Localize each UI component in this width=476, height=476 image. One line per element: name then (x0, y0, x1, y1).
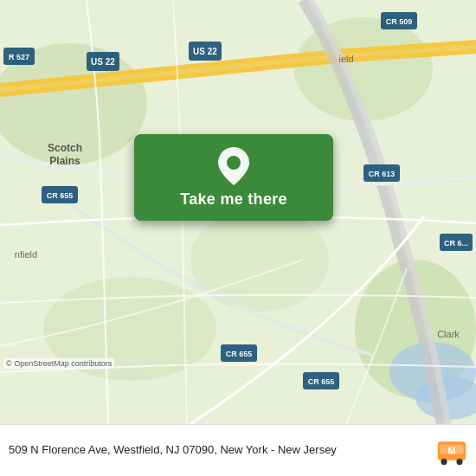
svg-point-34 (441, 459, 447, 465)
svg-text:Clark: Clark (437, 329, 460, 339)
copyright-text: © OpenStreetMap contributors (3, 358, 114, 369)
svg-text:US 22: US 22 (193, 47, 217, 56)
svg-text:CR 509: CR 509 (386, 17, 413, 26)
svg-text:Scotch: Scotch (48, 142, 82, 154)
svg-text:R 527: R 527 (9, 53, 29, 61)
svg-text:CR 6...: CR 6... (444, 239, 468, 248)
svg-text:CR 613: CR 613 (369, 170, 396, 178)
moovit-logo: M (436, 435, 467, 466)
svg-text:M: M (448, 445, 456, 455)
bottom-bar: 509 N Florence Ave, Westfield, NJ 07090,… (0, 424, 476, 476)
map-container: US 22 US 22 CR 509 R 527 CR 655 CR 613 C… (0, 0, 476, 424)
address-text: 509 N Florence Ave, Westfield, NJ 07090,… (9, 442, 429, 458)
svg-text:CR 655: CR 655 (47, 191, 74, 200)
svg-point-31 (227, 156, 241, 170)
svg-text:Plains: Plains (49, 155, 80, 167)
svg-text:ield: ield (338, 54, 353, 64)
svg-point-35 (456, 459, 462, 465)
svg-text:US 22: US 22 (91, 57, 115, 67)
svg-text:CR 655: CR 655 (226, 350, 253, 358)
take-me-there-button[interactable]: Take me there (134, 134, 333, 221)
svg-text:CR 655: CR 655 (308, 377, 335, 386)
svg-text:nfield: nfield (15, 249, 37, 260)
